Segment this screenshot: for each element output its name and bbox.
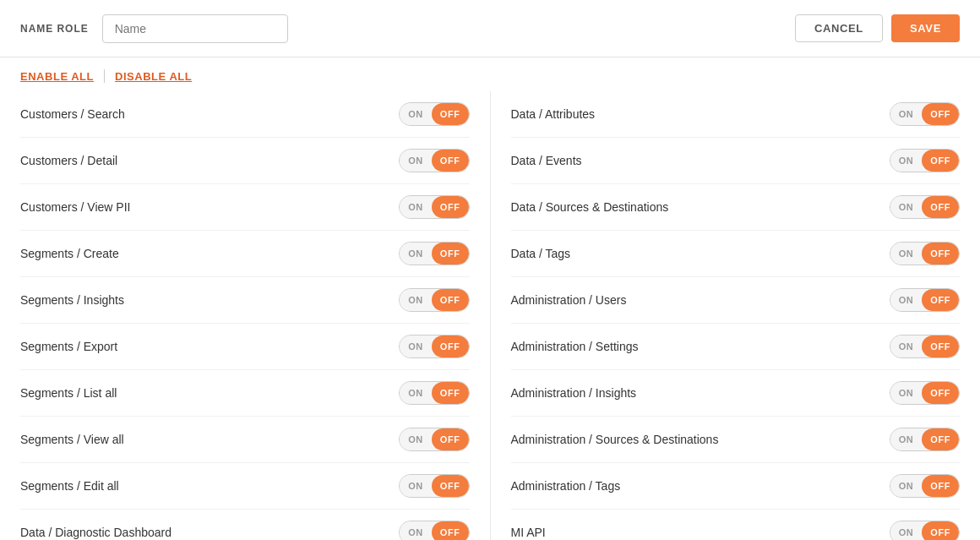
toggle[interactable]: ON OFF (890, 474, 960, 498)
toggle[interactable]: ON OFF (399, 195, 469, 219)
toggle-off[interactable]: OFF (922, 103, 959, 125)
toggle-off[interactable]: OFF (432, 103, 469, 125)
permission-row: Administration / Insights ON OFF (511, 370, 961, 417)
toggle-off[interactable]: OFF (432, 150, 469, 172)
toggle-off[interactable]: OFF (432, 382, 469, 404)
subheader-divider (104, 69, 105, 83)
toggle-off[interactable]: OFF (922, 428, 959, 450)
permission-row: Administration / Sources & Destinations … (511, 417, 961, 463)
permission-row: Customers / Search ON OFF (20, 91, 470, 138)
toggle-off[interactable]: OFF (432, 428, 469, 450)
toggle-off[interactable]: OFF (432, 521, 469, 540)
permission-row: MI API ON OFF (511, 510, 961, 540)
permission-label: Administration / Tags (511, 479, 621, 493)
permission-row: Customers / Detail ON OFF (20, 138, 470, 184)
toggle[interactable]: ON OFF (399, 335, 469, 358)
toggle-on[interactable]: ON (400, 289, 432, 311)
toggle-on[interactable]: ON (890, 335, 923, 357)
permission-label: Data / Events (511, 154, 582, 167)
toggle-off[interactable]: OFF (922, 521, 959, 540)
permission-label: Data / Tags (511, 247, 571, 260)
toggle-on[interactable]: ON (400, 150, 432, 172)
right-column: Data / Attributes ON OFF Data / Events O… (491, 91, 961, 540)
toggle-off[interactable]: OFF (922, 243, 959, 265)
toggle-on[interactable]: ON (890, 289, 923, 311)
toggle-off[interactable]: OFF (922, 289, 959, 311)
permission-row: Segments / List all ON OFF (20, 370, 470, 417)
toggle-on[interactable]: ON (890, 196, 923, 218)
toggle[interactable]: ON OFF (890, 242, 960, 265)
toggle[interactable]: ON OFF (890, 288, 960, 312)
toggle[interactable]: ON OFF (890, 195, 960, 219)
toggle-off[interactable]: OFF (922, 196, 959, 218)
toggle-on[interactable]: ON (400, 521, 432, 540)
toggle[interactable]: ON OFF (890, 428, 960, 451)
toggle-off[interactable]: OFF (432, 335, 469, 357)
permission-row: Data / Tags ON OFF (511, 231, 961, 277)
toggle[interactable]: ON OFF (890, 335, 960, 358)
toggle[interactable]: ON OFF (399, 474, 469, 498)
toggle-off[interactable]: OFF (432, 196, 469, 218)
toggle[interactable]: ON OFF (399, 428, 469, 451)
permission-row: Customers / View PII ON OFF (20, 184, 470, 231)
toggle-on[interactable]: ON (890, 150, 923, 172)
cancel-button[interactable]: CANCEL (795, 14, 883, 42)
toggle-on[interactable]: ON (890, 103, 923, 125)
permission-label: Segments / View all (20, 433, 124, 446)
name-input[interactable] (102, 14, 288, 43)
toggle-on[interactable]: ON (400, 103, 432, 125)
permission-row: Data / Diagnostic Dashboard ON OFF (20, 510, 470, 540)
permission-row: Data / Events ON OFF (511, 138, 961, 184)
permission-row: Segments / Create ON OFF (20, 231, 470, 277)
toggle[interactable]: ON OFF (399, 242, 469, 265)
toggle[interactable]: ON OFF (399, 102, 469, 126)
toggle-off[interactable]: OFF (432, 289, 469, 311)
permission-label: Segments / List all (20, 386, 117, 400)
toggle-on[interactable]: ON (890, 428, 923, 450)
toggle-on[interactable]: ON (400, 382, 432, 404)
toggle[interactable]: ON OFF (890, 102, 960, 126)
header: Name Role CANCEL SAVE (0, 0, 980, 57)
permission-label: Data / Diagnostic Dashboard (20, 526, 172, 539)
toggle-off[interactable]: OFF (922, 150, 959, 172)
enable-all-button[interactable]: ENABLE ALL (20, 70, 94, 83)
permission-label: Administration / Insights (511, 386, 637, 400)
toggle[interactable]: ON OFF (890, 521, 960, 540)
permission-row: Segments / Insights ON OFF (20, 277, 470, 324)
toggle[interactable]: ON OFF (890, 149, 960, 172)
permission-label: Segments / Insights (20, 293, 124, 307)
permission-row: Administration / Settings ON OFF (511, 324, 961, 370)
permissions-content: Customers / Search ON OFF Customers / De… (0, 91, 980, 540)
toggle-off[interactable]: OFF (922, 382, 959, 404)
permission-label: Segments / Edit all (20, 479, 119, 493)
name-role-label: Name Role (20, 23, 89, 35)
toggle[interactable]: ON OFF (399, 521, 469, 540)
subheader: ENABLE ALL DISABLE ALL (0, 57, 980, 91)
toggle-off[interactable]: OFF (922, 335, 959, 357)
toggle-off[interactable]: OFF (432, 475, 469, 497)
toggle[interactable]: ON OFF (890, 381, 960, 405)
permission-row: Data / Attributes ON OFF (511, 91, 961, 138)
permission-label: Administration / Settings (511, 340, 639, 353)
toggle-on[interactable]: ON (400, 196, 432, 218)
toggle-on[interactable]: ON (890, 243, 923, 265)
toggle-on[interactable]: ON (890, 475, 923, 497)
toggle-on[interactable]: ON (400, 428, 432, 450)
permission-row: Data / Sources & Destinations ON OFF (511, 184, 961, 231)
toggle[interactable]: ON OFF (399, 381, 469, 405)
toggle-on[interactable]: ON (890, 382, 923, 404)
toggle-on[interactable]: ON (400, 243, 432, 265)
toggle-on[interactable]: ON (400, 475, 432, 497)
toggle-off[interactable]: OFF (432, 243, 469, 265)
permission-label: Customers / Detail (20, 154, 117, 167)
permission-label: Customers / Search (20, 107, 125, 121)
toggle-on[interactable]: ON (400, 335, 432, 357)
toggle[interactable]: ON OFF (399, 149, 469, 172)
disable-all-button[interactable]: DISABLE ALL (115, 70, 192, 83)
toggle[interactable]: ON OFF (399, 288, 469, 312)
permission-row: Segments / Edit all ON OFF (20, 463, 470, 510)
toggle-off[interactable]: OFF (922, 475, 959, 497)
save-button[interactable]: SAVE (891, 14, 960, 42)
permission-label: Administration / Users (511, 293, 627, 307)
toggle-on[interactable]: ON (890, 521, 923, 540)
